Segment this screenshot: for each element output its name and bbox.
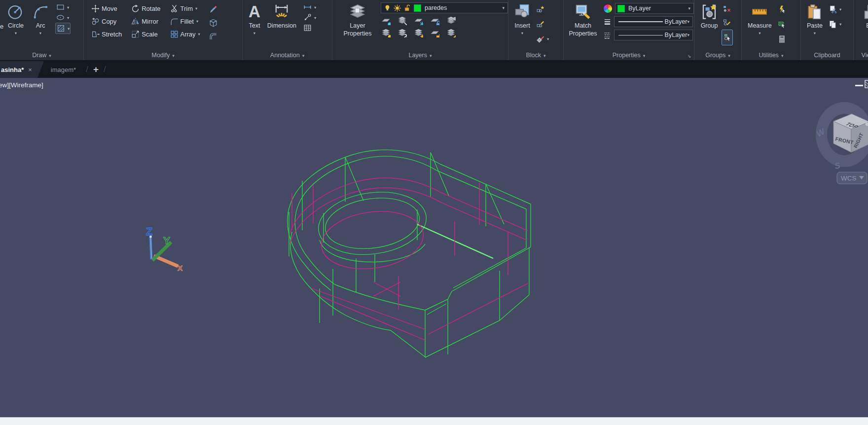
chevron-down-icon: ▾: [196, 19, 198, 24]
chevron-down-icon: ▾: [543, 53, 546, 58]
group-button[interactable]: Group: [698, 2, 720, 31]
quick-calculator-button[interactable]: [777, 32, 787, 46]
insert-button[interactable]: Insert ▾: [511, 2, 533, 36]
chevron-down-icon: ▾: [39, 31, 41, 35]
viewport-controls-label[interactable]: ew][Wireframe]: [0, 81, 43, 89]
scale-button[interactable]: Scale: [130, 28, 161, 40]
match-properties-button[interactable]: Match Properties: [566, 2, 600, 38]
layer-thaw-button[interactable]: [413, 28, 424, 38]
hatch-button[interactable]: ▾: [55, 23, 71, 34]
copy-clip-button[interactable]: ▾: [828, 17, 842, 32]
linear-dimension-button[interactable]: ▾: [302, 2, 317, 12]
copy-pages-icon: [828, 20, 837, 29]
model-viewport[interactable]: ew][Wireframe] W S TOP FRONT RIGHT: [0, 78, 868, 417]
text-button[interactable]: A Text ▾: [247, 2, 262, 36]
copy-button[interactable]: Copy: [90, 15, 123, 28]
linetype-icon[interactable]: [603, 31, 612, 39]
fillet-button[interactable]: Fillet▾: [169, 15, 201, 28]
viewcube[interactable]: W S TOP FRONT RIGHT: [815, 102, 868, 171]
circle-icon: [7, 3, 25, 21]
clipped-button-label: e: [0, 23, 3, 30]
leader-icon: [303, 13, 312, 22]
offset-button[interactable]: [208, 30, 218, 43]
trim-button[interactable]: Trim▾: [169, 2, 201, 15]
layer-match-button[interactable]: [446, 28, 456, 38]
modify-panel-label[interactable]: Modify▾: [84, 50, 242, 60]
cut-button[interactable]: ▾: [828, 2, 842, 17]
lineweight-icon[interactable]: [603, 18, 612, 26]
ungroup-button[interactable]: [722, 2, 733, 16]
properties-panel-label[interactable]: Properties▾: [564, 50, 694, 60]
edit-block-button[interactable]: [535, 17, 549, 32]
block-panel-label[interactable]: Block▾: [508, 50, 563, 60]
layer-off-button[interactable]: [381, 15, 391, 26]
ellipse-button[interactable]: ▾: [55, 12, 71, 23]
groups-panel-label[interactable]: Groups▾: [694, 50, 741, 60]
mirror-button[interactable]: Mirror: [130, 15, 161, 28]
create-block-button[interactable]: [535, 2, 549, 17]
cube-icon: [209, 18, 218, 28]
define-attributes-button[interactable]: ▾: [535, 32, 549, 46]
color-wheel-icon[interactable]: [603, 4, 613, 13]
paste-button[interactable]: Paste ▾: [804, 2, 826, 36]
select-similar-button[interactable]: [777, 17, 787, 32]
rectangle-icon: [56, 2, 65, 12]
tab-separator: /: [104, 65, 106, 74]
erase-button[interactable]: [208, 2, 218, 16]
quick-select-icon: [777, 5, 787, 14]
layer-properties-icon: [349, 3, 366, 21]
group-edit-icon: [722, 18, 731, 28]
dimension-button[interactable]: Dimension: [265, 2, 298, 31]
object-color-dropdown[interactable]: ByLayer ▾: [615, 3, 694, 14]
base-view-button[interactable]: Bas ▾: [861, 2, 868, 36]
table-button[interactable]: [302, 23, 317, 33]
new-tab-button[interactable]: +: [93, 64, 99, 75]
chevron-down-icon: ▾: [49, 53, 51, 58]
layer-dropdown[interactable]: paredes ▾: [381, 2, 508, 13]
layer-lock-button[interactable]: [430, 15, 440, 26]
tab-imagem[interactable]: imagem*: [44, 61, 83, 78]
group-selection-toggle[interactable]: [722, 30, 733, 45]
arc-button[interactable]: Arc ▾: [30, 2, 51, 36]
tab-separator: /: [86, 65, 88, 74]
ribbon-panel-draw: e Circle ▾ Arc ▾ ▾ ▾ ▾ Draw▾: [0, 0, 84, 60]
measure-button[interactable]: Measure ▾: [746, 2, 774, 36]
rotate-button[interactable]: Rotate: [130, 2, 161, 15]
chevron-down-icon: ▾: [430, 53, 432, 58]
annotation-panel-label[interactable]: Annotation▾: [243, 50, 332, 60]
layers-panel-label[interactable]: Layers▾: [332, 50, 508, 60]
rectangle-button[interactable]: ▾: [55, 2, 71, 12]
utilities-panel-label[interactable]: Utilities▾: [742, 50, 800, 60]
layer-on-bulb-icon: [383, 4, 392, 12]
circle-button[interactable]: Circle ▾: [5, 2, 27, 36]
tab-casinha[interactable]: asinha* ×: [0, 61, 44, 78]
layer-thaw-icon: [414, 28, 423, 37]
minimize-icon[interactable]: [855, 85, 863, 86]
lineweight-dropdown[interactable]: ByLayer ▾: [614, 16, 693, 27]
draw-panel-label[interactable]: Draw▾: [0, 50, 83, 60]
linetype-dropdown[interactable]: ByLayer ▾: [614, 30, 693, 40]
wcs-dropdown[interactable]: WCS: [837, 172, 867, 184]
close-icon[interactable]: ×: [28, 66, 32, 73]
leader-button[interactable]: ▾: [302, 12, 317, 23]
layer-unisolate-button[interactable]: [397, 28, 407, 38]
layer-unlock-button[interactable]: [430, 28, 440, 38]
ribbon-panel-block: Insert ▾ ▾ Block▾: [508, 0, 564, 60]
chevron-down-icon: ▾: [687, 19, 689, 24]
layer-isolate-button[interactable]: [397, 15, 407, 26]
quick-select-button[interactable]: [777, 2, 787, 17]
restore-icon[interactable]: [865, 80, 868, 88]
layer-freeze-button[interactable]: [413, 15, 424, 26]
explode-button[interactable]: [208, 16, 218, 30]
move-button[interactable]: Move: [90, 2, 123, 15]
base-view-icon: [863, 3, 868, 21]
move-icon: [91, 4, 100, 13]
array-button[interactable]: Array▾: [169, 28, 201, 40]
properties-dialog-launcher[interactable]: ⇘: [687, 54, 692, 59]
layer-properties-button[interactable]: Layer Properties: [339, 2, 376, 38]
layer-make-current-button[interactable]: [446, 15, 456, 26]
group-edit-button[interactable]: [722, 16, 733, 30]
stretch-button[interactable]: Stretch: [90, 28, 123, 40]
layer-freeze-icon: [414, 16, 423, 25]
layer-on-button[interactable]: [381, 28, 391, 38]
